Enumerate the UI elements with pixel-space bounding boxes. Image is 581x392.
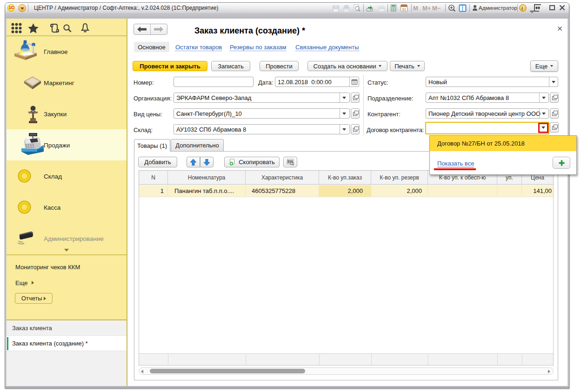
svg-text:31: 31 (402, 7, 406, 12)
